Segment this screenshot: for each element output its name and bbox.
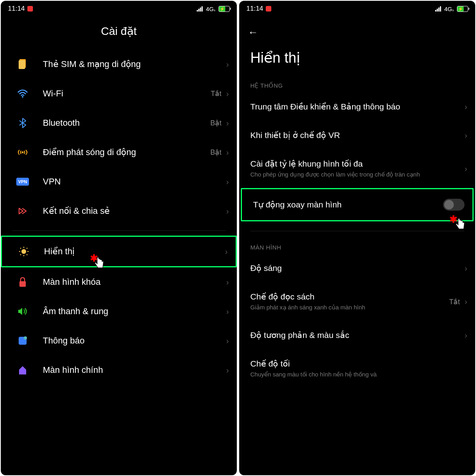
svg-rect-1 xyxy=(19,60,25,69)
lock-icon xyxy=(17,276,29,288)
display-item-dark-mode[interactable]: Chế độ tối Chuyển sang màu tối cho hình … xyxy=(239,349,475,381)
back-arrow-icon[interactable]: ← xyxy=(248,26,258,38)
chevron-right-icon: › xyxy=(226,119,229,128)
display-item-brightness[interactable]: Độ sáng › xyxy=(239,254,475,282)
item-label: Trung tâm Điều khiển & Bảng thông báo xyxy=(250,102,464,111)
item-label: Kết nối & chia sẻ xyxy=(43,206,226,216)
item-label: Điểm phát sóng di động xyxy=(43,147,210,157)
item-label: Wi-Fi xyxy=(43,88,211,99)
svg-point-3 xyxy=(22,152,24,154)
settings-item-display[interactable]: Hiển thị › ✱ xyxy=(1,236,237,267)
item-label: VPN xyxy=(43,177,226,187)
item-label: Khi thiết bị ở chế độ VR xyxy=(250,131,464,140)
status-bar: 11:14 4G₁ ⚡ xyxy=(239,1,475,15)
item-label: Âm thanh & rung xyxy=(43,306,226,317)
svg-rect-13 xyxy=(19,281,26,287)
chevron-right-icon: › xyxy=(226,366,229,375)
divider xyxy=(12,230,226,231)
chevron-right-icon: › xyxy=(226,278,229,287)
chevron-right-icon: › xyxy=(464,297,467,306)
section-header-system: HỆ THỐNG xyxy=(239,66,475,92)
chevron-right-icon: › xyxy=(226,307,229,316)
chevron-right-icon: › xyxy=(226,177,229,186)
settings-item-notifications[interactable]: Thông báo › xyxy=(1,326,237,355)
item-label: Hiển thị xyxy=(44,246,225,257)
settings-list: Thẻ SIM & mạng di động › Wi-Fi Tắt › Blu… xyxy=(1,50,237,475)
item-label: Cài đặt tỷ lệ khung hình tối đa xyxy=(250,159,464,169)
page-title: Hiển thị xyxy=(239,38,475,66)
item-value: Bật xyxy=(210,119,221,127)
bluetooth-icon xyxy=(17,117,29,129)
divider xyxy=(250,231,464,231)
chevron-right-icon: › xyxy=(226,60,229,69)
display-item-contrast-color[interactable]: Độ tương phản & màu sắc › xyxy=(239,321,475,349)
chevron-right-icon: › xyxy=(226,148,229,157)
chevron-right-icon: › xyxy=(464,264,467,273)
item-label: Thẻ SIM & mạng di động xyxy=(43,59,226,69)
item-label: Độ tương phản & màu sắc xyxy=(250,330,464,340)
chevron-right-icon: › xyxy=(464,102,467,111)
auto-rotate-toggle[interactable] xyxy=(443,199,464,211)
svg-line-9 xyxy=(20,248,21,249)
svg-point-2 xyxy=(22,96,23,98)
section-header-screen: MÀN HÌNH xyxy=(239,236,475,254)
chevron-right-icon: › xyxy=(225,247,228,256)
click-splash-icon: ✱ xyxy=(449,214,457,225)
item-value: Tắt xyxy=(211,89,221,98)
item-label: Màn hình khóa xyxy=(43,277,226,287)
settings-item-sim[interactable]: Thẻ SIM & mạng di động › xyxy=(1,50,237,79)
item-label: Thông báo xyxy=(43,336,226,346)
item-label: Chế độ đọc sách xyxy=(250,292,449,301)
item-sublabel: Cho phép ứng dụng được chọn làm việc tro… xyxy=(250,170,464,178)
network-label: 4G₁ xyxy=(206,6,215,12)
item-label: Bluetooth xyxy=(43,118,210,128)
brightness-icon xyxy=(18,246,30,257)
display-item-reading-mode[interactable]: Chế độ đọc sách Giảm phát xạ ánh sáng xa… xyxy=(239,282,475,321)
chevron-right-icon: › xyxy=(226,207,229,216)
signal-icon xyxy=(197,6,203,12)
network-label: 4G₁ xyxy=(444,6,454,12)
display-settings-screen: 11:14 4G₁ ⚡ ← Hiển thị HỆ THỐNG Trung tâ… xyxy=(239,1,475,475)
chevron-right-icon: › xyxy=(464,331,467,340)
click-splash-icon: ✱ xyxy=(90,253,98,264)
settings-item-lockscreen[interactable]: Màn hình khóa › xyxy=(1,267,237,297)
battery-icon: ⚡ xyxy=(219,6,230,12)
battery-icon: ⚡ xyxy=(457,6,468,12)
item-sublabel: Chuyển sang màu tối cho hình nền hệ thốn… xyxy=(250,370,467,378)
display-item-aspect-ratio[interactable]: Cài đặt tỷ lệ khung hình tối đa Cho phép… xyxy=(239,150,475,188)
item-value: Tắt xyxy=(449,298,460,306)
chevron-right-icon: › xyxy=(226,89,229,98)
settings-item-connect-share[interactable]: Kết nối & chia sẻ › xyxy=(1,196,237,226)
page-title: Cài đặt xyxy=(1,15,237,50)
vpn-icon: VPN xyxy=(17,176,29,188)
svg-line-12 xyxy=(20,254,21,255)
settings-item-home[interactable]: Màn hình chính › xyxy=(1,355,237,385)
svg-line-11 xyxy=(27,248,27,249)
chevron-right-icon: › xyxy=(226,336,229,345)
notification-badge-icon xyxy=(27,6,33,12)
status-bar: 11:14 4G₁ ⚡ xyxy=(1,1,237,15)
settings-item-vpn[interactable]: VPN VPN › xyxy=(1,167,237,196)
settings-item-sound[interactable]: Âm thanh & rung › xyxy=(1,297,237,326)
svg-point-4 xyxy=(21,249,26,254)
settings-screen: 11:14 4G₁ ⚡ Cài đặt Thẻ SIM & mạng di độ… xyxy=(1,1,237,475)
signal-icon xyxy=(435,6,441,12)
wifi-icon xyxy=(17,88,29,100)
svg-point-15 xyxy=(24,336,27,340)
display-item-control-center[interactable]: Trung tâm Điều khiển & Bảng thông báo › xyxy=(239,92,475,121)
settings-item-wifi[interactable]: Wi-Fi Tắt › xyxy=(1,79,237,108)
sim-card-icon xyxy=(17,58,29,70)
svg-line-10 xyxy=(27,254,27,255)
chevron-right-icon: › xyxy=(464,164,467,173)
notification-badge-icon xyxy=(266,6,271,12)
display-item-auto-rotate[interactable]: Tự động xoay màn hình ✱ xyxy=(241,188,474,221)
speaker-icon xyxy=(17,305,29,317)
settings-item-bluetooth[interactable]: Bluetooth Bật › xyxy=(1,108,237,138)
clock: 11:14 xyxy=(8,5,25,13)
settings-item-hotspot[interactable]: Điểm phát sóng di động Bật › xyxy=(1,138,237,167)
item-sublabel: Giảm phát xạ ánh sáng xanh của màn hình xyxy=(250,303,449,311)
hotspot-icon xyxy=(17,146,29,158)
display-item-vr[interactable]: Khi thiết bị ở chế độ VR › xyxy=(239,121,475,150)
item-label: Tự động xoay màn hình xyxy=(253,200,443,209)
item-label: Chế độ tối xyxy=(250,359,467,369)
